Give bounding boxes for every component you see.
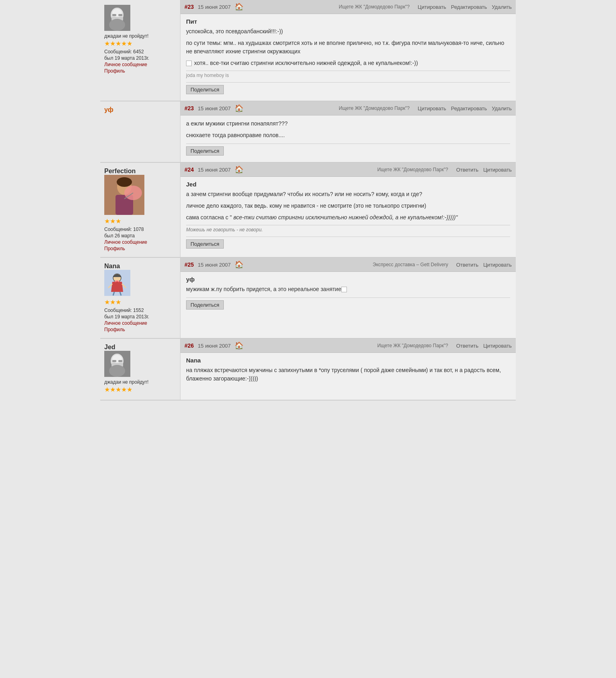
- share-area: Поделиться: [186, 144, 510, 158]
- share-area: Поделиться: [186, 82, 510, 97]
- user-messages: Сообщений: 1552: [104, 308, 176, 313]
- post-line-1: а ежли мужики стрингни понапялят???: [186, 119, 510, 128]
- post-ad-link[interactable]: Экспресс доставка – Gett Delivery: [373, 262, 448, 267]
- delete-action[interactable]: Удалить: [492, 105, 512, 111]
- post-line-2: по сути темы: мгм.. на худышках смотритс…: [186, 39, 510, 56]
- profile-link[interactable]: Профиль: [104, 246, 176, 251]
- post-uf-sidebar: уф: [100, 101, 180, 162]
- avatar: [104, 270, 130, 296]
- post-number-link[interactable]: #23: [184, 105, 194, 111]
- post-date: 15 июня 2007: [198, 343, 231, 349]
- post-actions: Цитировать Редактировать Удалить: [418, 4, 512, 10]
- profile-link[interactable]: Профиль: [104, 327, 176, 332]
- user-stars: ★★★★★: [104, 40, 176, 47]
- svg-rect-4: [112, 14, 116, 16]
- post-number-link[interactable]: #24: [184, 166, 194, 173]
- post-nana-sidebar: Nana: [100, 258, 180, 338]
- post-number-link[interactable]: #26: [184, 342, 194, 349]
- post-signature: Можешь не говорить - не говори.: [186, 225, 510, 233]
- post-perfection-header: #24 15 июня 2007 🏠 Ищете ЖК "Домодедово …: [180, 163, 516, 177]
- messages-count: 1078: [133, 227, 144, 232]
- share-area: Поделиться: [186, 298, 510, 312]
- edit-action[interactable]: Редактировать: [451, 105, 487, 111]
- post-jed-sidebar: Jed джадаи не пройдут! ★★★★★: [100, 339, 180, 400]
- post-perfection: Perfection ★★★ Сообщений: 1078: [100, 163, 516, 258]
- post-jed-header: #26 15 июня 2007 🏠 Ищете ЖК "Домодедово …: [180, 339, 516, 353]
- post-line-1: мужикам ж.пу побрить придется, а это нер…: [186, 285, 510, 293]
- post-uf-header: #23 15 июня 2007 🏠 Ищете ЖК "Домодедово …: [180, 101, 516, 115]
- post-nana-body: уф мужикам ж.пу побрить придется, а это …: [180, 272, 516, 316]
- post-line-1: успокойса, это псевдоалбанский!!!:-)): [186, 27, 510, 36]
- edit-action[interactable]: Редактировать: [451, 4, 487, 10]
- svg-point-6: [109, 19, 125, 31]
- post-pit: джадаи не пройдут! ★★★★★ Сообщений: 6452…: [100, 0, 516, 101]
- sidebar-username-link[interactable]: Jed: [104, 344, 116, 350]
- ad-icon: 🏠: [235, 260, 243, 269]
- post-line-2: личное дело каждого, так ведь. кому не н…: [186, 202, 510, 210]
- post-ad-link[interactable]: Ищете ЖК "Домодедово Парк"?: [377, 167, 448, 172]
- ad-icon: 🏠: [235, 104, 243, 113]
- post-uf: уф #23 15 июня 2007 🏠 Ищете ЖК "Домодедо…: [100, 101, 516, 163]
- post-date: 15 июня 2007: [198, 105, 231, 111]
- reply-action[interactable]: Ответить: [456, 343, 478, 349]
- post-line-1: на пляжах встречаются мужчины с запихнут…: [186, 366, 510, 383]
- quote-action[interactable]: Цитировать: [483, 262, 512, 268]
- post-date: 15 июня 2007: [198, 167, 231, 173]
- reply-action[interactable]: Ответить: [456, 167, 478, 173]
- personal-message-link[interactable]: Личное сообщение: [104, 239, 176, 245]
- inline-checkbox: [186, 61, 192, 66]
- svg-point-9: [117, 177, 132, 187]
- post-date: 15 июня 2007: [198, 4, 231, 10]
- post-perfection-sidebar: Perfection ★★★ Сообщений: 1078: [100, 163, 180, 257]
- ad-icon: 🏠: [235, 2, 243, 11]
- post-line-3: хотя.. все-тки считаю стрингни исключите…: [186, 59, 510, 67]
- post-text: на пляжах встречаются мужчины с запихнут…: [186, 366, 510, 383]
- post-actions: Ответить Цитировать: [456, 167, 512, 173]
- share-button[interactable]: Поделиться: [186, 146, 224, 156]
- post-number-link[interactable]: #25: [184, 261, 194, 268]
- profile-link[interactable]: Профиль: [104, 68, 176, 74]
- post-ad-link[interactable]: Ищете ЖК "Домодедово Парк"?: [377, 343, 448, 348]
- share-button[interactable]: Поделиться: [186, 300, 224, 310]
- post-pit-content: #23 15 июня 2007 🏠 Ищете ЖК "Домодедово …: [180, 0, 516, 101]
- post-perfection-content: #24 15 июня 2007 🏠 Ищете ЖК "Домодедово …: [180, 163, 516, 257]
- post-quoted-author: уф: [186, 276, 510, 283]
- user-stars: ★★★: [104, 298, 176, 306]
- delete-action[interactable]: Удалить: [492, 4, 512, 10]
- share-button[interactable]: Поделиться: [186, 85, 224, 94]
- quote-action[interactable]: Цитировать: [483, 167, 512, 173]
- personal-message-link[interactable]: Личное сообщение: [104, 320, 176, 326]
- avatar: [104, 351, 130, 377]
- post-perfection-body: Jed а зачем стрингни вообще придумали? ч…: [180, 177, 516, 255]
- personal-message-link[interactable]: Личное сообщение: [104, 62, 176, 67]
- post-uf-content: #23 15 июня 2007 🏠 Ищете ЖК "Домодедово …: [180, 101, 516, 162]
- reply-action[interactable]: Ответить: [456, 262, 478, 268]
- sidebar-username-link[interactable]: Nana: [104, 263, 120, 269]
- sidebar-username-link[interactable]: Perfection: [104, 168, 136, 174]
- share-area: Поделиться: [186, 237, 510, 251]
- quote-action[interactable]: Цитировать: [418, 4, 446, 10]
- ad-icon: 🏠: [235, 165, 243, 174]
- post-nana: Nana: [100, 258, 516, 339]
- post-line-1: а зачем стрингни вообще придумали? чтобы…: [186, 190, 510, 198]
- avatar: [104, 175, 144, 215]
- user-last-seen: был 19 марта 2013г.: [104, 314, 176, 320]
- user-messages: Сообщений: 6452: [104, 49, 176, 55]
- quote-action[interactable]: Цитировать: [418, 105, 446, 111]
- quote-action[interactable]: Цитировать: [483, 343, 512, 349]
- avatar-label: джадаи не пройдут!: [104, 379, 176, 385]
- messages-count: 1552: [133, 308, 144, 313]
- svg-rect-5: [118, 14, 122, 16]
- post-ad-link[interactable]: Ищете ЖК "Домодедово Парк"?: [339, 105, 410, 111]
- post-line-2: снюхаете тогда равноправие полов....: [186, 131, 510, 140]
- share-button[interactable]: Поделиться: [186, 239, 224, 249]
- post-ad-link[interactable]: Ищете ЖК "Домодедово Парк"?: [339, 4, 410, 10]
- post-pit-sidebar: джадаи не пройдут! ★★★★★ Сообщений: 6452…: [100, 0, 180, 101]
- joda-sig: joda my homeboy is: [186, 71, 510, 78]
- post-author-name: Пит: [186, 18, 510, 25]
- post-number-link[interactable]: #23: [184, 4, 194, 10]
- avatar-label: джадаи не пройдут!: [104, 33, 176, 39]
- user-last-seen: был 26 марта: [104, 233, 176, 239]
- post-actions: Ответить Цитировать: [456, 262, 512, 268]
- post-text: а зачем стрингни вообще придумали? чтобы…: [186, 190, 510, 222]
